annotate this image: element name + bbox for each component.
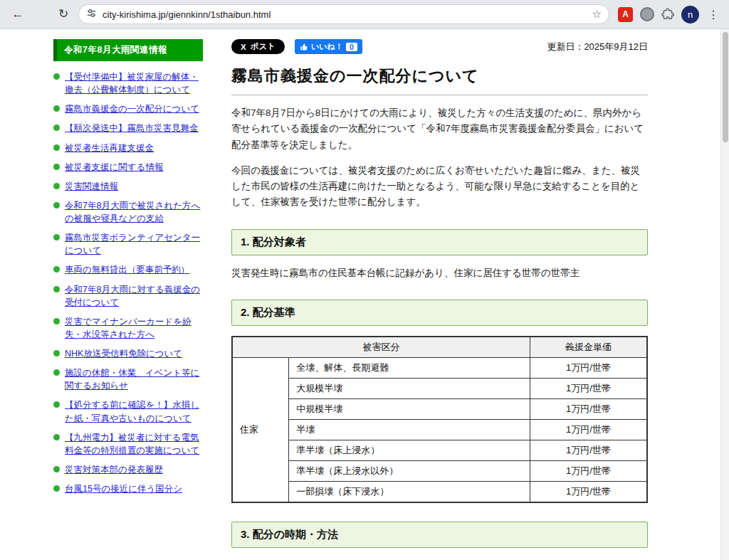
damage-cell: 半壊 (289, 419, 530, 440)
url-text[interactable]: city-kirishima.jp/giennkinn/1sthaibun.ht… (103, 9, 587, 20)
sidebar-item: 【九州電力】被災者に対する電気料金等の特別措置の実施について (53, 431, 203, 457)
facebook-like-button[interactable]: いいね！ 0 (295, 39, 362, 54)
sidebar-nav: 【受付準備中】被災家屋の解体・撤去（公費解体制度）について 霧島市義援金の一次配… (53, 70, 203, 495)
pdf-extension-icon[interactable]: A (618, 7, 633, 22)
table-row: 準半壊（床上浸水） 1万円/世帯 (232, 440, 647, 460)
price-cell: 1万円/世帯 (530, 398, 647, 419)
bullet-icon (53, 144, 60, 151)
extensions-puzzle-icon[interactable] (661, 8, 674, 21)
section-heading-1: 1. 配分対象者 (231, 229, 648, 255)
thumbs-up-icon (300, 43, 308, 51)
sidebar-link[interactable]: 施設の休館・休業、イベント等に関するお知らせ (65, 366, 203, 392)
sidebar-link[interactable]: 災害でマイナンバーカードを紛失・水没等された方へ (65, 315, 203, 341)
reload-icon[interactable]: ↻ (54, 5, 73, 23)
sidebar-item: 【順次発送中】霧島市災害見舞金 (53, 122, 203, 134)
sidebar-item: 台風15号の接近に伴う国分シ (53, 482, 203, 495)
table-row: 大規模半壊 1万円/世帯 (232, 378, 647, 398)
x-post-label: ポスト (251, 41, 276, 52)
sidebar-item: NHK放送受信料免除について (53, 347, 203, 360)
category-cell: 住家 (232, 357, 289, 502)
price-cell: 1万円/世帯 (530, 481, 647, 502)
damage-cell: 全壊、解体、長期避難 (289, 357, 530, 378)
like-count: 0 (346, 43, 357, 51)
extension-circle-icon[interactable] (640, 7, 654, 21)
sidebar-link[interactable]: 霧島市義援金の一次配分について (65, 102, 199, 115)
table-row: 住家 全壊、解体、長期避難 1万円/世帯 (232, 357, 647, 378)
sidebar-item: 災害関連情報 (53, 180, 203, 193)
damage-cell: 中規模半壊 (289, 398, 530, 419)
bullet-icon (53, 234, 60, 241)
section-heading-3: 3. 配分の時期・方法 (231, 522, 648, 548)
table-row: 半壊 1万円/世帯 (232, 419, 647, 440)
bullet-icon (53, 164, 60, 170)
browser-toolbar: ← ↻ city-kirishima.jp/giennkinn/1sthaibu… (0, 0, 729, 29)
header-price: 義援金単価 (530, 337, 647, 358)
bullet-icon (53, 266, 60, 273)
bullet-icon (53, 434, 60, 440)
bullet-icon (53, 105, 60, 112)
sidebar-link[interactable]: 【九州電力】被災者に対する電気料金等の特別措置の実施について (65, 431, 203, 457)
price-cell: 1万円/世帯 (530, 419, 647, 440)
table-row: 準半壊（床上浸水以外） 1万円/世帯 (232, 460, 647, 481)
sidebar-item: 霧島市災害ボランティアセンターについて (53, 231, 203, 257)
sidebar-item: 【処分する前に確認を！】水損した紙・写真や古いものについて (53, 398, 203, 424)
profile-avatar[interactable]: n (681, 6, 699, 23)
sidebar-link[interactable]: 霧島市災害ボランティアセンターについて (65, 231, 203, 257)
bookmark-star-icon[interactable]: ☆ (592, 8, 602, 21)
sidebar-item: 令和7年8月大雨に対する義援金の受付について (53, 283, 203, 309)
bullet-icon (53, 466, 60, 472)
sidebar-item: 施設の休館・休業、イベント等に関するお知らせ (53, 366, 203, 392)
sidebar-link[interactable]: 令和7年8月大雨で被災された方への被服や寝具などの支給 (65, 199, 203, 225)
damage-cell: 準半壊（床上浸水） (289, 440, 530, 460)
sidebar-link[interactable]: NHK放送受信料免除について (65, 347, 182, 360)
sidebar-link[interactable]: 【受付準備中】被災家屋の解体・撤去（公費解体制度）について (65, 70, 203, 96)
bullet-icon (53, 286, 60, 292)
x-post-button[interactable]: X ポスト (231, 39, 285, 54)
sidebar-link[interactable]: 令和7年8月大雨に対する義援金の受付について (65, 283, 203, 309)
section-heading-2: 2. 配分基準 (231, 300, 648, 326)
sidebar-link[interactable]: 【順次発送中】霧島市災害見舞金 (65, 122, 199, 134)
sidebar-link[interactable]: 【処分する前に確認を！】水損した紙・写真や古いものについて (65, 398, 203, 424)
header-damage-category: 被害区分 (232, 337, 530, 358)
section-body-1: 災害発生時に霧島市の住民基本台帳に記録があり、住家に居住する世帯の世帯主 (231, 265, 648, 281)
sidebar-link[interactable]: 被災者支援に関する情報 (65, 161, 163, 174)
sidebar-item: 災害でマイナンバーカードを紛失・水没等された方へ (53, 315, 203, 341)
damage-cell: 一部損壊（床下浸水） (289, 481, 530, 502)
sidebar-link[interactable]: 災害関連情報 (65, 180, 118, 193)
page-content: 令和7年8月大雨関連情報 【受付準備中】被災家屋の解体・撤去（公費解体制度）につ… (0, 29, 729, 560)
bullet-icon (53, 485, 60, 492)
bullet-icon (53, 318, 60, 324)
sidebar-item: 令和7年8月大雨で被災された方への被服や寝具などの支給 (53, 199, 203, 225)
sidebar-item: 災害対策本部の発表履歴 (53, 463, 203, 476)
sidebar-item: 霧島市義援金の一次配分について (53, 102, 203, 115)
sidebar-link[interactable]: 災害対策本部の発表履歴 (65, 463, 163, 476)
price-cell: 1万円/世帯 (530, 378, 647, 398)
updated-date: 更新日：2025年9月12日 (547, 41, 648, 53)
bullet-icon (53, 369, 60, 376)
intro-paragraph: 令和7年8月7日から8日にかけての大雨により、被災した方々の生活支援のために、県… (231, 105, 648, 153)
table-row: 一部損壊（床下浸水） 1万円/世帯 (232, 481, 647, 502)
page-scrollbar-thumb[interactable] (723, 32, 728, 142)
bullet-icon (53, 350, 60, 356)
address-bar[interactable]: city-kirishima.jp/giennkinn/1sthaibun.ht… (78, 4, 609, 24)
x-logo-icon: X (241, 43, 246, 51)
price-cell: 1万円/世帯 (530, 357, 647, 378)
sidebar-item: 被災者生活再建支援金 (53, 142, 203, 154)
damage-cell: 大規模半壊 (289, 378, 530, 398)
back-icon[interactable]: ← (9, 5, 27, 23)
sidebar-link[interactable]: 車両の無料貸出（要事前予約） (65, 263, 189, 276)
site-info-icon[interactable] (86, 8, 97, 21)
page-title: 霧島市義援金の一次配分について (231, 65, 648, 95)
browser-menu-icon[interactable]: ⋮ (706, 8, 720, 21)
page-scrollbar-track[interactable] (720, 29, 729, 560)
sidebar-link[interactable]: 被災者生活再建支援金 (65, 142, 154, 154)
article: X ポスト いいね！ 0 更新日：2025年9月12日 霧島市義援金の一次配分に… (231, 39, 648, 560)
table-row: 中規模半壊 1万円/世帯 (232, 398, 647, 419)
sidebar-item: 車両の無料貸出（要事前予約） (53, 263, 203, 276)
bullet-icon (53, 183, 60, 189)
sidebar-item: 【受付準備中】被災家屋の解体・撤去（公費解体制度）について (53, 70, 203, 96)
sidebar-title: 令和7年8月大雨関連情報 (53, 39, 203, 61)
sidebar-link[interactable]: 台風15号の接近に伴う国分シ (65, 482, 182, 495)
price-cell: 1万円/世帯 (530, 460, 647, 481)
like-label: いいね！ (311, 41, 343, 52)
